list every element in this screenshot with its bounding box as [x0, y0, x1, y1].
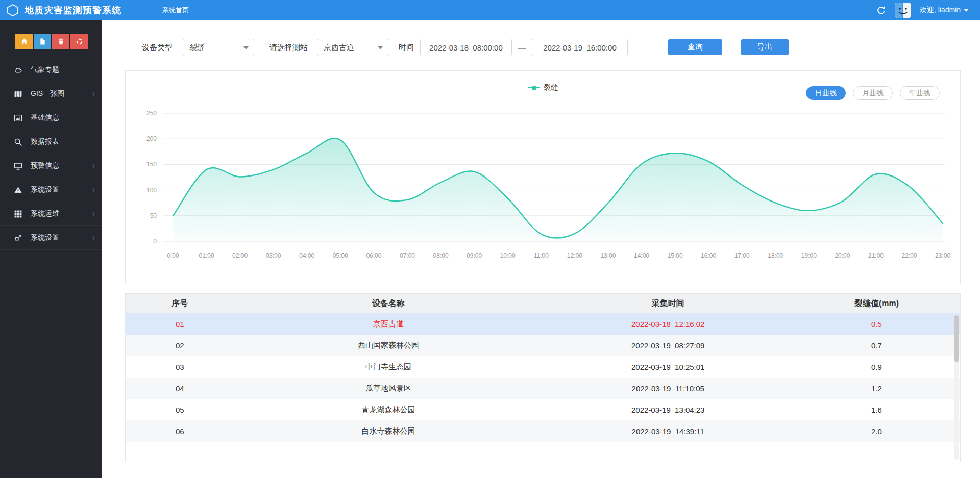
svg-text:10:00: 10:00	[500, 252, 516, 259]
recycle-button[interactable]	[70, 34, 88, 49]
table-row[interactable]: 04 瓜草地风景区 2022-03-19 11:10:05 1.2	[126, 378, 960, 399]
table-row[interactable]: 05 青龙湖森林公园 2022-03-19 13:04:23 1.6	[126, 399, 960, 420]
table-scrollbar[interactable]	[954, 314, 959, 460]
svg-text:16:00: 16:00	[701, 252, 716, 259]
station-select[interactable]: 京西古道	[317, 39, 388, 56]
trash-button[interactable]	[52, 34, 69, 49]
monitor-icon	[13, 162, 22, 170]
legend-label: 裂缝	[544, 83, 558, 92]
table-row[interactable]: 06 白水寺森林公园 2022-03-19 14:39:11 2.0	[126, 420, 960, 442]
svg-text:23:00: 23:00	[935, 252, 950, 259]
sidebar-item-system-settings-gear[interactable]: 系统设置 ›	[0, 226, 102, 250]
svg-text:22:00: 22:00	[902, 252, 917, 259]
cell-value: 2.0	[793, 420, 960, 442]
time-from-input[interactable]: 2022-03-18 08:00:00	[420, 39, 512, 56]
sidebar-item-label: 系统设置	[31, 233, 92, 242]
sidebar-quick-buttons	[0, 20, 102, 57]
sidebar-item-system-ops[interactable]: 系统运维 ›	[0, 202, 102, 226]
sidebar-item-label: 基础信息	[31, 113, 92, 122]
tab-day-curve[interactable]: 日曲线	[806, 86, 846, 100]
svg-text:19:00: 19:00	[801, 252, 817, 259]
cell-time: 2022-03-19 08:27:09	[543, 335, 793, 356]
col-header-value: 裂缝值(mm)	[793, 294, 960, 313]
station-label: 请选择测站	[270, 43, 308, 53]
chevron-down-icon	[378, 46, 383, 49]
tab-month-curve[interactable]: 月曲线	[853, 86, 893, 100]
map-icon	[13, 90, 22, 98]
svg-text:13:00: 13:00	[600, 252, 616, 259]
user-avatar[interactable]	[895, 3, 911, 18]
cell-value: 1.2	[793, 378, 960, 399]
nav-system-home[interactable]: 系统首页	[162, 0, 189, 20]
sidebar-item-label: GIS一张图	[31, 89, 92, 98]
app-window: 地质灾害监测预警系统 系统首页 欢迎, liad	[0, 0, 980, 478]
filter-bar: 设备类型 裂缝 请选择测站 京西古道 时间 2022-03-18 08:00:0…	[102, 39, 628, 56]
svg-text:250: 250	[146, 110, 157, 117]
sidebar-item-data-reports[interactable]: 数据报表 ›	[0, 130, 102, 154]
sidebar-item-basic-info[interactable]: 基础信息 ›	[0, 106, 102, 130]
cell-value: 0.5	[793, 313, 960, 335]
cell-value: 0.9	[793, 356, 960, 378]
main-content: 设备类型 裂缝 请选择测站 京西古道 时间 2022-03-18 08:00:0…	[102, 20, 980, 478]
data-table-panel: 序号 设备名称 采集时间 裂缝值(mm) 01 京西古道 2022-03-18 …	[125, 293, 961, 462]
legend-line-dot-icon	[528, 87, 540, 88]
gear-icon	[13, 234, 22, 242]
chevron-right-icon: ›	[92, 90, 95, 98]
sidebar-item-label: 预警信息	[31, 161, 92, 170]
export-button[interactable]: 导出	[741, 39, 789, 55]
cell-seq: 01	[126, 313, 234, 335]
time-to-input[interactable]: 2022-03-19 16:00:00	[532, 39, 628, 56]
station-value: 京西古道	[324, 43, 354, 53]
app-header: 地质灾害监测预警系统 系统首页 欢迎, liad	[0, 0, 980, 20]
svg-text:150: 150	[146, 161, 157, 168]
cell-device: 白水寺森林公园	[234, 420, 543, 442]
grid-icon	[13, 210, 22, 218]
sidebar-item-warning-info[interactable]: 预警信息 ›	[0, 154, 102, 178]
refresh-icon[interactable]	[876, 6, 886, 15]
sidebar-item-label: 气象专题	[31, 65, 92, 74]
query-button[interactable]: 查询	[668, 39, 722, 55]
cell-seq: 03	[126, 356, 234, 378]
scrollbar-thumb[interactable]	[954, 315, 959, 362]
warning-icon	[13, 186, 22, 194]
table-row[interactable]: 02 西山国家森林公园 2022-03-19 08:27:09 0.7	[126, 335, 960, 356]
col-header-seq: 序号	[126, 294, 234, 313]
page-title: 地质灾害监测预警系统	[24, 4, 121, 16]
chevron-right-icon: ›	[92, 162, 95, 170]
chart-icon	[13, 114, 22, 122]
svg-text:04:00: 04:00	[299, 252, 314, 259]
chevron-down-icon	[964, 9, 969, 12]
sidebar-item-weather[interactable]: 气象专题 ›	[0, 58, 102, 82]
sidebar-menu: 气象专题 › GIS一张图 › 基础信息 ›	[0, 58, 102, 250]
svg-text:06:00: 06:00	[366, 252, 381, 259]
svg-text:17:00: 17:00	[734, 252, 750, 259]
cell-time: 2022-03-19 13:04:23	[543, 399, 793, 420]
file-button[interactable]	[34, 34, 51, 49]
table-row[interactable]: 01 京西古道 2022-03-18 12:16:02 0.5	[126, 313, 960, 335]
sidebar-item-system-settings-alert[interactable]: 系统设置 ›	[0, 178, 102, 202]
cell-device: 青龙湖森林公园	[234, 399, 543, 420]
svg-text:09:00: 09:00	[467, 252, 482, 259]
svg-text:08:00: 08:00	[433, 252, 449, 259]
tab-year-curve[interactable]: 年曲线	[900, 86, 940, 100]
cell-device: 中门寺生态园	[234, 356, 543, 378]
svg-text:18:00: 18:00	[768, 252, 783, 259]
home-button[interactable]	[15, 34, 33, 49]
weather-icon	[13, 66, 22, 74]
app-logo-hexagon-icon	[6, 4, 19, 17]
cell-time: 2022-03-18 12:16:02	[543, 313, 793, 335]
device-type-label: 设备类型	[142, 43, 173, 53]
cell-device: 西山国家森林公园	[234, 335, 543, 356]
svg-text:50: 50	[150, 212, 157, 219]
svg-text:100: 100	[146, 187, 157, 194]
cell-value: 0.7	[793, 335, 960, 356]
sidebar-item-gis-map[interactable]: GIS一张图 ›	[0, 82, 102, 106]
svg-text:05:00: 05:00	[333, 252, 348, 259]
search-icon	[13, 138, 22, 146]
welcome-user-dropdown[interactable]: 欢迎, liadmin	[920, 6, 969, 15]
device-type-select[interactable]: 裂缝	[183, 39, 254, 56]
svg-text:11:00: 11:00	[534, 252, 549, 259]
table-row[interactable]: 03 中门寺生态园 2022-03-19 10:25:01 0.9	[126, 356, 960, 378]
sidebar-item-label: 系统设置	[31, 185, 92, 194]
chevron-right-icon: ›	[92, 186, 95, 194]
